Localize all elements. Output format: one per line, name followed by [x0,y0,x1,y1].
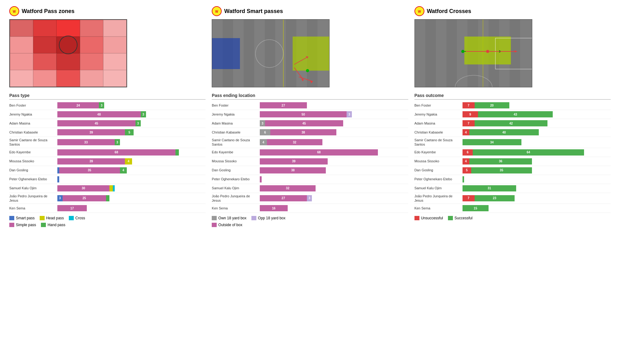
bar-segment: 34 [463,139,521,145]
heatmap-cell [103,37,126,53]
bar-segment [109,185,113,191]
bar-area: 943 [463,111,611,118]
legend-head: Head pass [40,216,64,220]
mid-panel: W Watford Smart passes [209,6,411,227]
bar-area [57,176,206,183]
bar-segment: 7 [463,120,475,126]
heatmap-cell [56,53,80,70]
bar-area: 243 [57,102,206,109]
bar-label: Peter Oghenekaro Etebo [212,177,260,181]
bar-area: 483 [57,111,206,118]
heatmap-cell [80,37,103,53]
bar-segment: 39 [260,158,327,164]
bar-label: Samir Caetano de Souza Santos [212,138,260,147]
bar-segment: 36 [469,158,532,164]
bar-label: Ken Sema [212,206,260,210]
bar-segment: 43 [478,111,553,117]
bar-row: Christian Kabasele395 [9,128,206,137]
bar-segment: 3 [57,195,63,201]
bar-area: 453 [57,120,206,127]
bar-row: Samir Caetano de Souza Santos432 [212,137,408,148]
bar-row: Peter Oghenekaro Etebo [212,175,408,184]
heatmap-cell-center [56,37,80,53]
bar-row: Edo Kayembe664 [414,148,611,157]
bar-label: João Pedro Junqueira de Jesus [9,194,57,203]
bar-area: 30 [57,185,206,192]
heatmap-cell [80,53,103,70]
bar-segment: 3 [99,102,104,108]
bar-area [260,176,408,183]
bar-row: João Pedro Junqueira de Jesus723 [414,193,611,204]
bar-label: Adam Masina [212,121,260,125]
mid-section-header: Pass ending location [212,92,408,100]
left-title-text: Watford Pass zones [22,8,74,15]
watford-logo-mid: W [212,6,222,16]
bar-area: 720 [463,102,611,109]
bar-area: 742 [463,120,611,127]
bar-row: Peter Oghenekaro Etebo [9,175,206,184]
bar-segment: 4 [125,158,132,164]
bar-area: 436 [463,158,611,165]
heatmap-cell [33,53,56,70]
bar-segment: 4 [120,167,127,173]
bar-row: Christian Kabasele440 [414,128,611,137]
watford-logo-right: W [414,6,424,16]
left-section-header: Pass type [9,92,206,100]
bar-row: Moussa Sissoko39 [212,157,408,166]
bar-segment: 48 [57,111,141,117]
bar-row: Samuel Kalu Ojim30 [9,184,206,193]
mid-title-text: Watford Smart passes [224,8,283,15]
legend-opp18-label: Opp 18 yard box [258,216,286,220]
heatmap-cell [80,20,103,37]
bar-area: 16 [260,205,408,212]
bar-segment: 27 [260,102,307,108]
bar-row: Samir Caetano de Souza Santos333 [9,137,206,148]
bar-row: João Pedro Junqueira de Jesus273 [212,193,408,204]
bar-area: 395 [57,129,206,136]
legend-head-box [40,216,45,220]
bar-area: 273 [260,195,408,202]
bar-area [463,176,611,183]
legend-unsuccessful: Unsuccessful [414,216,443,220]
legend-opp18-box [251,216,256,220]
bar-area: 503 [260,111,408,118]
bar-label: Samir Caetano de Souza Santos [9,138,57,147]
bar-segment: 31 [463,185,516,191]
watford-logo-left: W [9,6,19,16]
bar-segment [463,176,464,182]
bar-row: Peter Oghenekaro Etebo [414,175,611,184]
svg-point-21 [306,69,309,72]
right-panel: W Watford Crosses [411,6,614,227]
bar-label: Samuel Kalu Ojim [212,186,260,190]
bar-label: Ben Foster [414,103,463,107]
bar-area: 354 [57,167,206,174]
bar-segment: 64 [473,149,584,156]
bar-label: Dan Gosling [212,168,260,172]
svg-rect-30 [520,20,532,87]
bar-row: Christian Kabasele638 [212,128,408,137]
bar-segment: 24 [57,102,99,108]
bar-row: Adam Masina345 [212,119,408,128]
bar-segment: 7 [463,195,475,201]
left-panel-title: W Watford Pass zones [9,6,206,16]
mid-legend: Own 18 yard box Opp 18 yard box Outside … [212,216,408,227]
bar-segment: 9 [463,111,478,117]
bar-label: Moussa Sissoko [9,159,57,163]
bar-label: Jeremy Ngakia [414,112,463,116]
bar-label: Ken Sema [414,206,463,210]
legend-outside-box [212,223,217,227]
legend-successful-label: Successful [454,216,472,220]
bar-row: Jeremy Ngakia483 [9,110,206,119]
svg-text:W: W [13,10,16,13]
bar-area: 333 [57,139,206,146]
bar-segment: 6 [260,129,270,135]
bar-label: Edo Kayembe [212,150,260,154]
bar-segment: 38 [260,167,326,173]
bar-segment: 25 [63,195,106,201]
bar-label: Peter Oghenekaro Etebo [9,177,57,181]
bar-row: Adam Masina453 [9,119,206,128]
svg-rect-8 [275,20,286,87]
bar-area: 432 [260,139,408,146]
legend-simple-box [9,223,14,227]
bar-segment: 32 [267,139,322,145]
